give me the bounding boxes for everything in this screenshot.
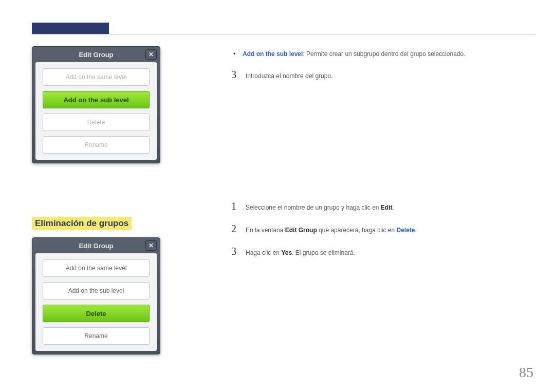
step-number: 3 <box>231 67 238 82</box>
step-text: En la ventana Edit Group que aparecerá, … <box>246 226 417 235</box>
t-bold: Yes <box>281 249 292 256</box>
section-heading: Eliminación de grupos <box>32 217 132 230</box>
edit-group-dialog-2: Edit Group ✕ Add on the same level Add o… <box>32 237 160 354</box>
dialog-body: Add on the same level Add on the sub lev… <box>35 62 157 160</box>
close-button[interactable]: ✕ <box>145 240 157 251</box>
t: . <box>415 227 417 234</box>
header-divider <box>32 34 535 34</box>
header-accent-bar <box>32 23 109 34</box>
dialog-title-text: Edit Group <box>79 51 113 59</box>
delete-button[interactable]: Delete <box>43 114 150 131</box>
step-text: Haga clic en Yes. El grupo se eliminará. <box>246 248 355 257</box>
t: . <box>393 204 394 211</box>
t: Haga clic en <box>246 249 281 256</box>
bullet-text: Add on the sub level: Permite crear un s… <box>243 49 466 59</box>
delete-button[interactable]: Delete <box>43 305 150 322</box>
step-row: 3 Haga clic en Yes. El grupo se eliminar… <box>231 244 524 259</box>
add-same-level-button[interactable]: Add on the same level <box>43 68 150 86</box>
step-row: 1 Seleccione el nombre de un grupo y hag… <box>231 198 524 214</box>
steps-block: 1 Seleccione el nombre de un grupo y hag… <box>231 198 524 259</box>
t-bold: Delete <box>397 227 415 234</box>
bullet-rest: : Permite crear un subgrupo dentro del g… <box>303 50 465 58</box>
dialog-body: Add on the same level Add on the sub lev… <box>35 253 157 351</box>
t: que aparecerá, haga clic en <box>317 227 397 234</box>
close-icon: ✕ <box>149 242 154 249</box>
edit-group-dialog-1: Edit Group ✕ Add on the same level Add o… <box>32 46 160 163</box>
t: En la ventana <box>246 227 285 234</box>
close-button[interactable]: ✕ <box>145 49 157 60</box>
page-number: 85 <box>519 364 533 381</box>
right-column: • Add on the sub level: Permite crear un… <box>231 49 524 266</box>
left-column: Edit Group ✕ Add on the same level Add o… <box>32 46 191 354</box>
bullet-icon: • <box>231 49 237 59</box>
add-sub-level-button[interactable]: Add on the sub level <box>43 91 150 108</box>
step-number: 2 <box>231 221 238 236</box>
rename-button[interactable]: Rename <box>43 327 150 345</box>
close-icon: ✕ <box>149 51 154 58</box>
step-number: 3 <box>231 244 238 259</box>
rename-button[interactable]: Rename <box>43 136 150 154</box>
add-sub-level-button[interactable]: Add on the sub level <box>43 282 150 300</box>
step-text: Introduzca el nombre del grupo. <box>246 71 332 81</box>
bullet-item: • Add on the sub level: Permite crear un… <box>231 49 524 59</box>
add-same-level-button[interactable]: Add on the same level <box>43 259 150 277</box>
dialog-title-text: Edit Group <box>79 242 113 250</box>
t: . El grupo se eliminará. <box>292 249 355 256</box>
bullet-bold: Add on the sub level <box>243 50 303 58</box>
step-text: Seleccione el nombre de un grupo y haga … <box>246 203 394 212</box>
step-number: 1 <box>231 198 238 214</box>
t-bold: Edit Group <box>285 227 317 234</box>
t-bold: Edit <box>381 204 393 211</box>
dialog-title-bar: Edit Group ✕ <box>32 238 160 253</box>
t: Seleccione el nombre de un grupo y haga … <box>246 204 381 211</box>
dialog-title-bar: Edit Group ✕ <box>32 47 160 62</box>
step-row: 3 Introduzca el nombre del grupo. <box>231 67 524 82</box>
step-row: 2 En la ventana Edit Group que aparecerá… <box>231 221 524 236</box>
